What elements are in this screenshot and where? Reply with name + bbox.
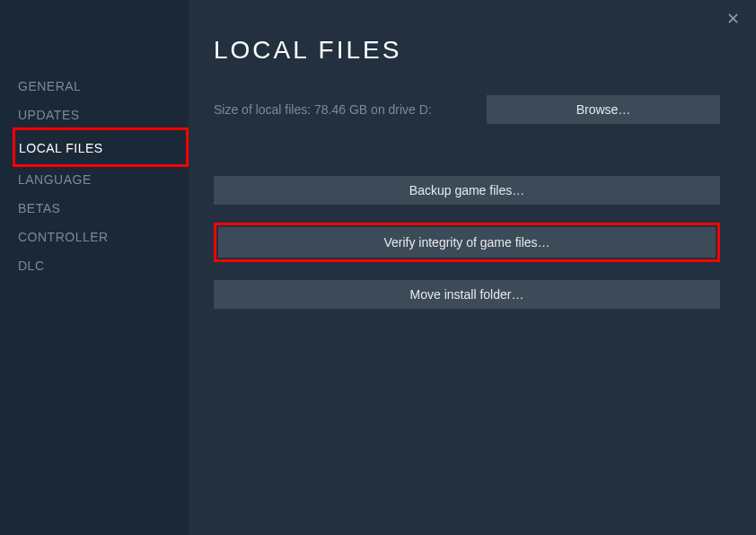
size-of-files-text: Size of local files: 78.46 GB on drive D… xyxy=(214,102,432,117)
move-install-folder-button[interactable]: Move install folder… xyxy=(214,280,720,309)
sidebar-item-updates[interactable]: UPDATES xyxy=(18,101,80,129)
verify-button-highlight: Verify integrity of game files… xyxy=(214,223,720,262)
sidebar-item-local-files-highlight: LOCAL FILES xyxy=(13,127,189,167)
size-row: Size of local files: 78.46 GB on drive D… xyxy=(214,95,720,124)
sidebar-item-local-files[interactable]: LOCAL FILES xyxy=(19,134,103,162)
sidebar-item-betas[interactable]: BETAS xyxy=(18,194,60,223)
page-title: LOCAL FILES xyxy=(214,36,720,65)
sidebar-item-general[interactable]: GENERAL xyxy=(18,72,81,101)
sidebar-item-language[interactable]: LANGUAGE xyxy=(18,165,92,194)
main-panel: ✕ LOCAL FILES Size of local files: 78.46… xyxy=(189,0,756,535)
browse-button[interactable]: Browse… xyxy=(487,95,720,124)
verify-integrity-button[interactable]: Verify integrity of game files… xyxy=(218,227,716,258)
sidebar: GENERAL UPDATES LOCAL FILES LANGUAGE BET… xyxy=(0,0,189,535)
sidebar-item-controller[interactable]: CONTROLLER xyxy=(18,223,109,251)
backup-game-files-button[interactable]: Backup game files… xyxy=(214,176,720,205)
sidebar-item-dlc[interactable]: DLC xyxy=(18,251,45,280)
close-icon[interactable]: ✕ xyxy=(726,11,740,27)
